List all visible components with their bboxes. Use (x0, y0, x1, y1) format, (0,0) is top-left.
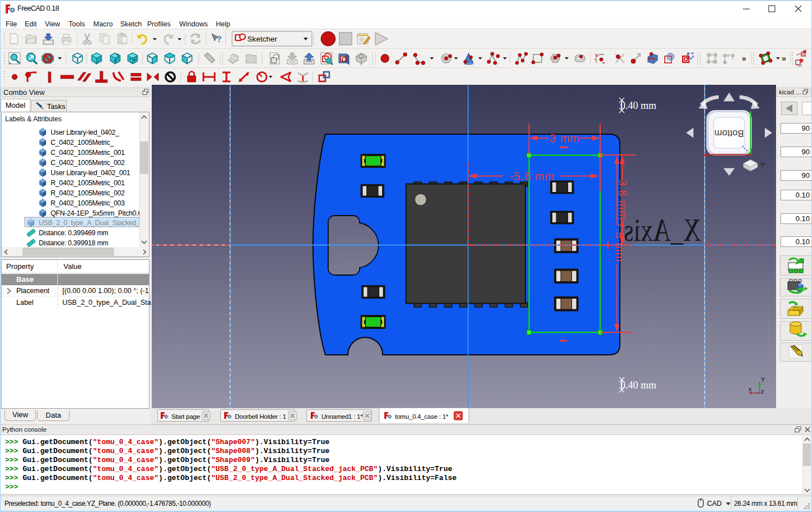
svg-text:Distance: 0.399918 mm: Distance: 0.399918 mm (39, 239, 108, 247)
svg-text:User Library-led_0402_: User Library-led_0402_ (51, 129, 119, 136)
svg-text:7.5 mm: 7.5 mm (613, 222, 625, 263)
svg-text:Unnamed1 : 1*: Unnamed1 : 1* (321, 413, 363, 420)
svg-text:X_Axis: X_Axis (624, 213, 701, 248)
svg-text:?: ? (217, 34, 222, 44)
svg-text:R_0402_1005Metric_001: R_0402_1005Metric_001 (51, 179, 125, 187)
svg-text:User Library-led_0402_001: User Library-led_0402_001 (51, 169, 130, 177)
svg-text:Distance: 0.399469 mm: Distance: 0.399469 mm (39, 229, 108, 237)
svg-text:Sketcher: Sketcher (247, 35, 278, 43)
svg-text:QFN-24-1EP_5x5mm_Pitch0.6…: QFN-24-1EP_5x5mm_Pitch0.6… (51, 209, 139, 217)
svg-text:»: » (782, 54, 786, 63)
svg-text:Start page: Start page (171, 413, 200, 420)
svg-text:3 mm: 3 mm (550, 132, 580, 144)
svg-text:Y: Y (761, 376, 765, 383)
svg-text:»: » (742, 54, 746, 63)
svg-text:C_0402_1005Metric_: C_0402_1005Metric_ (51, 139, 114, 147)
svg-text:tomu_0.4_case : 1*: tomu_0.4_case : 1* (395, 413, 448, 420)
svg-text:C_0402_1005Metric_001: C_0402_1005Metric_001 (51, 149, 125, 157)
svg-text:R_0402_1005Metric_002: R_0402_1005Metric_002 (51, 189, 125, 197)
svg-text:z: z (761, 388, 764, 395)
svg-text:x: x (749, 386, 752, 392)
svg-text:Bottom: Bottom (714, 129, 743, 139)
svg-text:-5.6 mm: -5.6 mm (510, 170, 555, 182)
svg-text:R_0402_1005Metric_003: R_0402_1005Metric_003 (51, 199, 125, 207)
svg-text:0.40 mm: 0.40 mm (620, 100, 656, 111)
svg-text:Doorbell Holder : 1: Doorbell Holder : 1 (235, 413, 286, 420)
svg-text:USB_2_0_type_A_Dual_Stacked_ja: USB_2_0_type_A_Dual_Stacked_jac (39, 219, 139, 227)
svg-text:0.40 mm: 0.40 mm (620, 380, 656, 391)
svg-text:C_0402_1005Metric_002: C_0402_1005Metric_002 (51, 159, 125, 167)
